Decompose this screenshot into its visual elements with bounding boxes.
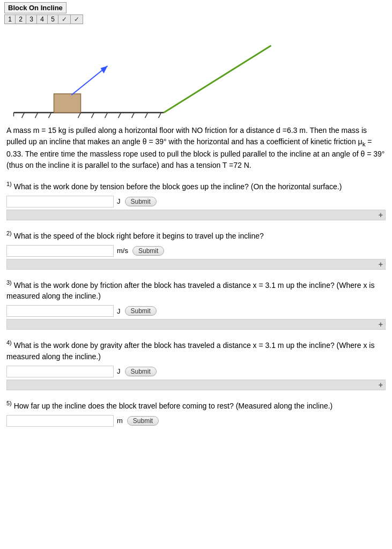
content-area: A mass m = 15 kg is pulled along a horiz… <box>0 125 392 442</box>
question-3-answer-row: J Submit <box>6 305 386 317</box>
question-2-text: 2) What is the speed of the block right … <box>6 229 386 242</box>
svg-line-8 <box>49 113 51 118</box>
question-2-unit: m/s <box>117 247 128 255</box>
question-4-unit: J <box>117 367 121 375</box>
question-4-answer-row: J Submit <box>6 366 386 377</box>
question-4-submit[interactable]: Submit <box>125 367 157 376</box>
svg-marker-4 <box>101 66 108 73</box>
question-4-expand-icon: + <box>379 381 383 389</box>
question-1-text: 1) What is the work done by tension befo… <box>6 180 386 192</box>
question-2-submit[interactable]: Submit <box>132 246 164 256</box>
question-4-expand-bar[interactable]: + <box>6 380 386 390</box>
question-1-expand-bar[interactable]: + <box>6 210 386 220</box>
title-text: Block On Incline <box>8 4 63 12</box>
question-1-section: 1) What is the work done by tension befo… <box>6 180 386 220</box>
question-4-section: 4) What is the work done by gravity afte… <box>6 338 386 390</box>
svg-line-12 <box>119 113 121 118</box>
title-bar: Block On Incline <box>4 2 66 13</box>
app-container: Block On Incline 1 2 3 4 5 ✓ ✓ <box>0 0 392 442</box>
question-5-unit: m <box>117 417 123 425</box>
svg-line-14 <box>145 113 148 118</box>
question-2-answer-row: m/s Submit <box>6 245 386 257</box>
nav-tab-1[interactable]: 1 <box>5 15 16 24</box>
question-5-submit[interactable]: Submit <box>127 416 159 426</box>
svg-line-6 <box>22 113 25 118</box>
nav-tab-check1[interactable]: ✓ <box>58 15 71 24</box>
question-5-text: 5) How far up the incline does the block… <box>6 399 386 412</box>
question-2-expand-icon: + <box>379 260 383 269</box>
question-3-submit[interactable]: Submit <box>125 306 157 316</box>
problem-description: A mass m = 15 kg is pulled along a horiz… <box>6 125 386 171</box>
svg-rect-2 <box>54 94 81 113</box>
nav-tab-2[interactable]: 2 <box>16 15 26 24</box>
question-3-expand-icon: + <box>379 320 383 329</box>
question-3-number: 3) <box>6 279 12 286</box>
question-1-expand-icon: + <box>379 211 383 219</box>
nav-tab-4[interactable]: 4 <box>37 15 48 24</box>
svg-line-1 <box>164 46 271 113</box>
svg-line-13 <box>132 113 135 118</box>
question-3-unit: J <box>117 307 121 315</box>
svg-line-7 <box>35 113 38 118</box>
question-3-text: 3) What is the work done by friction aft… <box>6 278 386 302</box>
question-1-answer-row: J Submit <box>6 196 386 207</box>
question-3-section: 3) What is the work done by friction aft… <box>6 278 386 330</box>
question-2-number: 2) <box>6 230 12 236</box>
question-2-section: 2) What is the speed of the block right … <box>6 229 386 270</box>
question-2-expand-bar[interactable]: + <box>6 259 386 270</box>
nav-tab-check2[interactable]: ✓ <box>71 15 83 24</box>
question-1-submit[interactable]: Submit <box>125 197 157 206</box>
question-1-unit: J <box>117 197 121 205</box>
diagram-svg <box>4 29 388 121</box>
problem-text: A mass m = 15 kg is pulled along a horiz… <box>6 126 384 169</box>
question-4-text: 4) What is the work done by gravity afte… <box>6 338 386 362</box>
svg-line-11 <box>105 113 108 118</box>
question-1-number: 1) <box>6 181 12 187</box>
nav-tab-3[interactable]: 3 <box>26 15 37 24</box>
svg-line-15 <box>159 113 161 118</box>
diagram-area <box>4 29 388 121</box>
question-5-input[interactable] <box>6 415 114 427</box>
question-1-input[interactable] <box>6 196 114 207</box>
nav-tabs: 1 2 3 4 5 ✓ ✓ <box>4 14 83 24</box>
question-5-number: 5) <box>6 400 12 406</box>
question-5-answer-row: m Submit <box>6 415 386 427</box>
question-3-input[interactable] <box>6 305 114 317</box>
question-2-input[interactable] <box>6 245 114 257</box>
question-4-number: 4) <box>6 339 12 346</box>
question-5-section: 5) How far up the incline does the block… <box>6 399 386 427</box>
question-3-expand-bar[interactable]: + <box>6 319 386 330</box>
nav-tab-5[interactable]: 5 <box>48 15 58 24</box>
question-4-input[interactable] <box>6 366 114 377</box>
svg-line-9 <box>78 113 81 118</box>
svg-line-10 <box>92 113 94 118</box>
